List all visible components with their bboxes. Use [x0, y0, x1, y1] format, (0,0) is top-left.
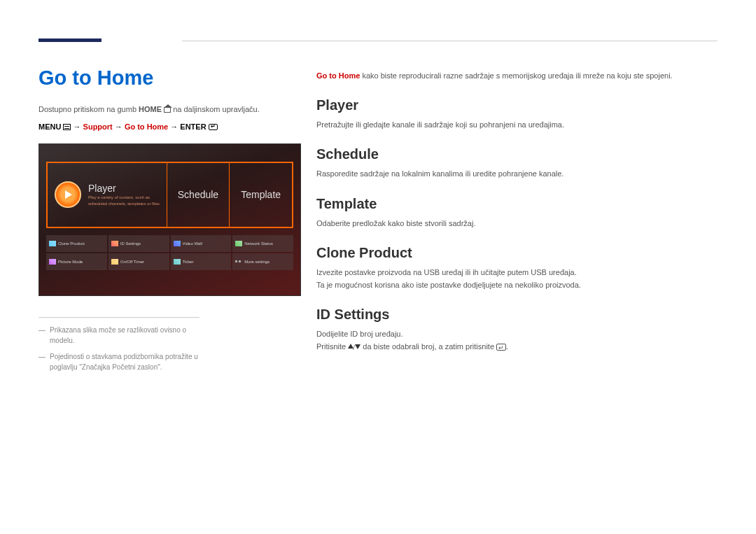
network-status-icon — [235, 241, 242, 246]
picture-mode-icon — [49, 259, 56, 265]
ticker-icon — [174, 259, 181, 265]
home-icon — [164, 107, 171, 113]
id-line2-mid: da biste odabrali broj, a zatim pritisni… — [360, 342, 496, 351]
cell-label: ID Settings — [120, 241, 141, 246]
up-down-icon: / — [348, 344, 360, 351]
intro-pre: Dostupno pritiskom na gumb — [38, 105, 139, 113]
intro-right: Go to Home kako biste reproducirali razn… — [316, 70, 718, 82]
intro-post: na daljinskom upravljaču. — [171, 105, 260, 113]
heading-clone-product: Clone Product — [316, 245, 718, 261]
cell-picture-mode[interactable]: Picture Mode — [46, 253, 107, 270]
enter-icon — [496, 344, 506, 351]
cell-label: Video Wall — [183, 241, 202, 246]
heading-template: Template — [316, 196, 718, 212]
more-settings-icon — [235, 259, 242, 265]
tile-player-sub2: scheduled channels, templates or files. — [88, 202, 160, 206]
clone-product-icon — [49, 241, 56, 246]
tile-row: Player Play a variety of content, such a… — [46, 162, 293, 228]
cell-network-status[interactable]: Network Status — [232, 235, 293, 252]
menu-support: Support — [83, 122, 113, 131]
heading-id-settings: ID Settings — [316, 307, 718, 323]
cell-onoff-timer[interactable]: On/Off Timer — [108, 253, 169, 270]
cell-label: On/Off Timer — [120, 260, 144, 264]
arrow-1: → — [74, 122, 83, 131]
tile-player[interactable]: Player Play a variety of content, such a… — [48, 163, 167, 227]
home-screenshot: Player Play a variety of content, such a… — [38, 143, 301, 296]
cell-label: Picture Mode — [58, 260, 83, 264]
enter-icon — [209, 124, 218, 130]
onoff-timer-icon — [111, 259, 118, 265]
cell-label: Ticker — [183, 260, 194, 264]
heading-schedule: Schedule — [316, 146, 718, 162]
menu-path: MENU → Support → Go to Home → ENTER — [38, 122, 301, 131]
menu-enter: ENTER — [180, 122, 206, 131]
tile-template[interactable]: Template — [230, 163, 292, 227]
text-id-settings: Dodijelite ID broj uređaju. Pritisnite /… — [316, 328, 718, 353]
text-schedule: Rasporedite sadržaje na lokalnim kanalim… — [316, 168, 718, 181]
intro-text: Dostupno pritiskom na gumb HOME na dalji… — [38, 104, 301, 115]
note-2: Pojedinosti o stavkama podizbornika potr… — [38, 351, 200, 372]
clone-line1: Izvezite postavke proizvoda na USB uređa… — [316, 268, 577, 276]
tile-template-label: Template — [241, 189, 281, 200]
menu-icon — [63, 124, 71, 130]
intro-home-bold: HOME — [139, 105, 162, 113]
menu-label: MENU — [38, 122, 61, 131]
cell-video-wall[interactable]: Video Wall — [171, 235, 232, 252]
header-accent-bar — [38, 38, 102, 42]
clone-line2: Ta je mogućnost korisna ako iste postavk… — [316, 281, 581, 289]
arrow-2: → — [113, 122, 125, 131]
cell-clone-product[interactable]: Clone Product — [46, 235, 107, 252]
left-column: Go to Home Dostupno pritiskom na gumb HO… — [38, 66, 301, 378]
play-icon — [55, 181, 81, 208]
intro-right-bold: Go to Home — [316, 71, 360, 80]
id-line1: Dodijelite ID broj uređaju. — [316, 330, 403, 338]
cell-label: Network Status — [244, 241, 273, 246]
note-1: Prikazana slika može se razlikovati ovis… — [38, 325, 200, 346]
text-clone-product: Izvezite postavke proizvoda na USB uređa… — [316, 267, 718, 291]
intro-right-rest: kako biste reproducirali razne sadržaje … — [360, 71, 672, 80]
tile-player-sub1: Play a variety of content, such as — [88, 195, 160, 200]
heading-player: Player — [316, 97, 718, 113]
id-settings-icon — [111, 241, 118, 246]
cell-label: More settings — [244, 260, 270, 264]
player-text: Player Play a variety of content, such a… — [88, 183, 160, 206]
shortcut-grid: Clone Product ID Settings Video Wall Net… — [46, 235, 293, 270]
page-title: Go to Home — [38, 66, 301, 90]
tile-schedule-label: Schedule — [178, 189, 218, 200]
id-line2-pre: Pritisnite — [316, 342, 348, 351]
text-template: Odaberite predložak kako biste stvorili … — [316, 218, 718, 230]
header-rule — [182, 41, 718, 41]
arrow-3: → — [168, 122, 180, 131]
cell-more-settings[interactable]: More settings — [232, 253, 293, 270]
menu-gotohome: Go to Home — [125, 122, 168, 131]
text-player: Pretražujte ili gledajte kanale ili sadr… — [316, 119, 718, 132]
cell-id-settings[interactable]: ID Settings — [108, 235, 169, 252]
cell-label: Clone Product — [58, 241, 85, 246]
cell-ticker[interactable]: Ticker — [171, 253, 232, 270]
right-column: Go to Home kako biste reproducirali razn… — [316, 70, 718, 369]
id-line2-post: . — [506, 342, 508, 351]
tile-schedule[interactable]: Schedule — [167, 163, 230, 227]
notes-divider: Prikazana slika može se razlikovati ovis… — [38, 317, 200, 372]
video-wall-icon — [174, 241, 181, 246]
tile-player-label: Player — [88, 183, 160, 194]
